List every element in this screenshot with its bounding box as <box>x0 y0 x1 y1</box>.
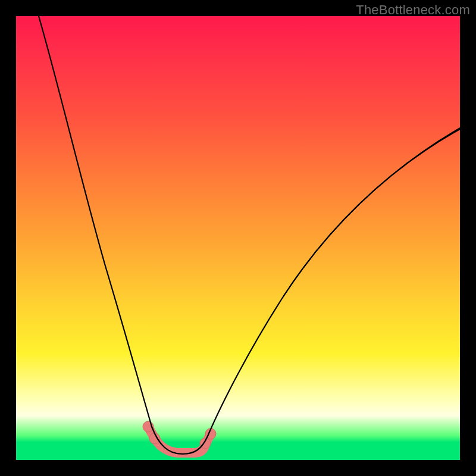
outer-frame: TheBottleneck.com <box>0 0 476 476</box>
chart-svg <box>16 16 460 460</box>
bottleneck-curve <box>39 16 460 454</box>
bottleneck-curve-shadow <box>284 128 460 296</box>
plot-area <box>16 16 460 460</box>
optimum-marker <box>143 421 216 453</box>
